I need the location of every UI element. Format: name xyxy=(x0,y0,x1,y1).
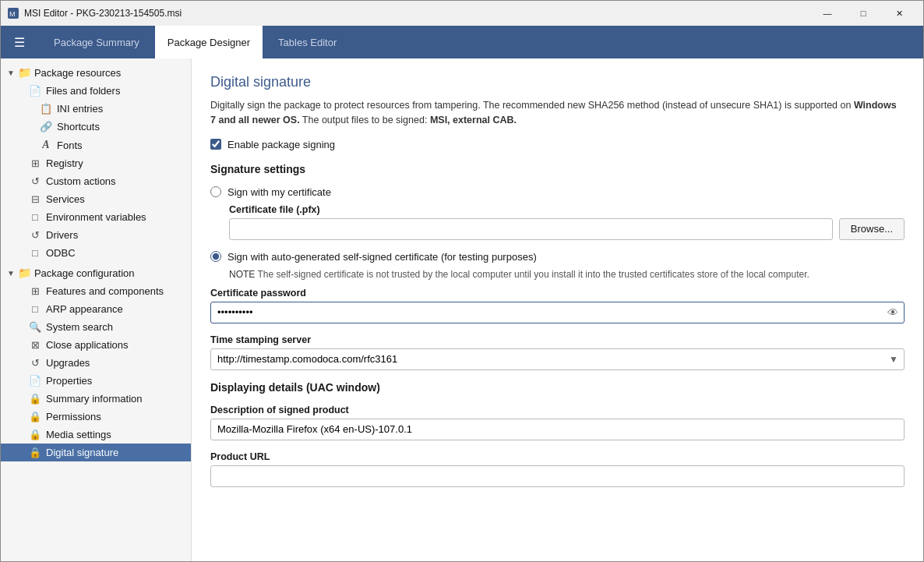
search-icon: 🔍 xyxy=(29,321,41,333)
drivers-icon: ↺ xyxy=(29,229,41,241)
cert-file-group: Certificate file (.pfx) Browse... xyxy=(210,204,905,240)
app-icon: M xyxy=(7,7,19,19)
sign-my-cert-radio[interactable] xyxy=(210,186,221,197)
sidebar-item-drivers[interactable]: ↺ Drivers xyxy=(1,226,191,244)
enable-signing-checkbox[interactable] xyxy=(210,139,221,150)
product-url-label: Product URL xyxy=(210,451,905,462)
sidebar-item-ini-entries[interactable]: 📋 INI entries xyxy=(1,100,191,118)
cert-file-label: Certificate file (.pfx) xyxy=(229,204,905,215)
sidebar-item-features[interactable]: ⊞ Features and components xyxy=(1,282,191,300)
titlebar: M MSI Editor - PKG-230213-154505.msi — □… xyxy=(1,1,923,26)
sidebar-item-custom-actions[interactable]: ↺ Custom actions xyxy=(1,172,191,190)
description-bold2: MSI, external CAB. xyxy=(430,115,517,125)
signed-product-input[interactable] xyxy=(210,419,905,440)
main-panel: Digital signature Digitally sign the pac… xyxy=(192,58,923,561)
section-package-configuration: ▼ 📁 Package configuration ⊞ Features and… xyxy=(1,263,191,461)
custom-actions-icon: ↺ xyxy=(29,175,41,187)
odbc-icon: □ xyxy=(29,247,41,259)
sidebar-item-files-and-folders[interactable]: 📄 Files and folders xyxy=(1,82,191,100)
folder-icon: 📁 xyxy=(18,66,31,79)
sidebar-item-odbc[interactable]: □ ODBC xyxy=(1,244,191,262)
sidebar-item-upgrades[interactable]: ↺ Upgrades xyxy=(1,354,191,372)
timestamp-dropdown-wrapper: http://timestamp.comodoca.com/rfc3161 ▼ xyxy=(210,348,905,370)
cert-file-row: Browse... xyxy=(229,218,905,240)
chevron-icon: ▼ xyxy=(7,69,15,77)
sign-auto-label: Sign with auto-generated self-signed cer… xyxy=(227,251,537,263)
sign-my-cert-option: Sign with my certificate xyxy=(210,186,905,198)
window-title: MSI Editor - PKG-230213-154505.msi xyxy=(24,8,809,19)
properties-icon: 📄 xyxy=(29,375,41,387)
enable-signing-label: Enable package signing xyxy=(227,139,335,150)
cert-password-label: Certificate password xyxy=(210,288,905,299)
sidebar-item-summary-info[interactable]: 🔒 Summary information xyxy=(1,390,191,408)
browse-button[interactable]: Browse... xyxy=(839,218,905,240)
features-icon: ⊞ xyxy=(29,285,41,297)
close-button[interactable]: ✕ xyxy=(881,1,917,26)
sidebar-item-environment-variables[interactable]: □ Environment variables xyxy=(1,208,191,226)
close-apps-icon: ⊠ xyxy=(29,339,41,351)
sidebar-item-media-settings[interactable]: 🔒 Media settings xyxy=(1,426,191,444)
sign-my-cert-label: Sign with my certificate xyxy=(227,186,331,198)
section-header-package-resources[interactable]: ▼ 📁 Package resources xyxy=(1,63,191,82)
digital-sig-icon: 🔒 xyxy=(29,447,41,458)
enable-signing-row: Enable package signing xyxy=(210,139,905,150)
tab-tables-editor[interactable]: Tables Editor xyxy=(266,26,349,58)
sign-auto-radio[interactable] xyxy=(210,251,221,262)
password-wrapper: 👁 xyxy=(210,302,905,323)
sidebar: ▼ 📁 Package resources 📄 Files and folder… xyxy=(1,58,192,561)
shortcuts-icon: 🔗 xyxy=(40,121,52,133)
media-icon: 🔒 xyxy=(29,429,41,440)
sidebar-item-arp[interactable]: □ ARP appearance xyxy=(1,300,191,318)
uac-section-title: Displaying details (UAC window) xyxy=(210,381,905,394)
tab-package-summary[interactable]: Package Summary xyxy=(41,26,152,58)
signature-settings-heading: Signature settings xyxy=(210,163,905,175)
cert-password-group: Certificate password 👁 xyxy=(210,288,905,323)
content-area: ▼ 📁 Package resources 📄 Files and folder… xyxy=(1,58,923,561)
timestamp-dropdown[interactable]: http://timestamp.comodoca.com/rfc3161 xyxy=(210,348,905,370)
summary-icon: 🔒 xyxy=(29,393,41,405)
section-label-package-resources: Package resources xyxy=(34,67,121,79)
window-controls: — □ ✕ xyxy=(809,1,917,26)
sidebar-item-registry[interactable]: ⊞ Registry xyxy=(1,154,191,172)
top-navigation: ☰ Package Summary Package Designer Table… xyxy=(1,26,923,58)
sidebar-item-digital-signature[interactable]: 🔒 Digital signature xyxy=(1,444,191,461)
section-header-package-configuration[interactable]: ▼ 📁 Package configuration xyxy=(1,263,191,282)
cert-password-input[interactable] xyxy=(210,302,905,323)
permissions-icon: 🔒 xyxy=(29,411,41,422)
chevron-icon-2: ▼ xyxy=(7,269,15,277)
files-icon: 📄 xyxy=(29,85,41,97)
services-icon: ⊟ xyxy=(29,193,41,205)
hamburger-button[interactable]: ☰ xyxy=(7,30,32,55)
upgrades-icon: ↺ xyxy=(29,357,41,369)
page-title: Digital signature xyxy=(210,74,905,90)
signed-product-group: Description of signed product xyxy=(210,405,905,440)
sidebar-item-close-apps[interactable]: ⊠ Close applications xyxy=(1,336,191,354)
signed-product-label: Description of signed product xyxy=(210,405,905,415)
product-url-input[interactable] xyxy=(210,465,905,487)
description-bold: Windows 7 and all newer OS. xyxy=(210,100,897,125)
arp-icon: □ xyxy=(29,303,41,315)
registry-icon: ⊞ xyxy=(29,157,41,169)
sidebar-item-services[interactable]: ⊟ Services xyxy=(1,190,191,208)
section-package-resources: ▼ 📁 Package resources 📄 Files and folder… xyxy=(1,63,191,262)
sidebar-item-permissions[interactable]: 🔒 Permissions xyxy=(1,408,191,426)
description-text: Digitally sign the package to protect re… xyxy=(210,98,905,128)
tab-package-designer[interactable]: Package Designer xyxy=(155,26,263,58)
sidebar-item-properties[interactable]: 📄 Properties xyxy=(1,372,191,390)
sidebar-item-system-search[interactable]: 🔍 System search xyxy=(1,318,191,336)
maximize-button[interactable]: □ xyxy=(845,1,881,26)
note-text: NOTE The self-signed certificate is not … xyxy=(210,269,905,280)
env-icon: □ xyxy=(29,211,41,223)
svg-text:M: M xyxy=(9,10,16,18)
sidebar-item-fonts[interactable]: A Fonts xyxy=(1,136,191,154)
cert-file-input[interactable] xyxy=(229,218,833,240)
sidebar-item-shortcuts[interactable]: 🔗 Shortcuts xyxy=(1,118,191,136)
app-window: M MSI Editor - PKG-230213-154505.msi — □… xyxy=(0,0,924,562)
timestamp-group: Time stamping server http://timestamp.co… xyxy=(210,334,905,370)
folder-icon-2: 📁 xyxy=(18,267,31,279)
section-label-package-configuration: Package configuration xyxy=(34,267,135,279)
product-url-group: Product URL xyxy=(210,451,905,487)
minimize-button[interactable]: — xyxy=(809,1,845,26)
show-password-icon[interactable]: 👁 xyxy=(887,306,898,319)
fonts-icon: A xyxy=(40,139,52,151)
